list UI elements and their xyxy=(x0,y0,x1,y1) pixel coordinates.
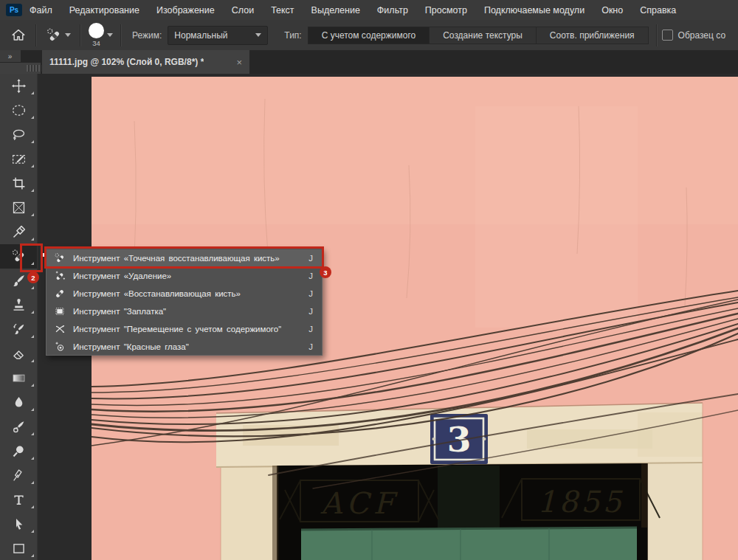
red-eye-icon xyxy=(52,340,67,353)
mixer-brush-tool[interactable] xyxy=(0,415,37,439)
type-option-1[interactable]: Создание текстуры xyxy=(430,27,537,44)
flyout-item-shortcut: J xyxy=(308,254,313,263)
sample-all-layers-option[interactable]: Образец со xyxy=(662,30,738,41)
eyedropper-tool[interactable] xyxy=(0,220,37,244)
bandaid-icon xyxy=(52,287,67,300)
menubar-item-select[interactable]: Выделение xyxy=(311,5,360,15)
rectangle-tool[interactable] xyxy=(0,536,37,560)
menubar-item-layers[interactable]: Слои xyxy=(232,5,254,15)
gradient-icon xyxy=(11,370,27,386)
flyout-item-label: Инструмент "Заплатка" xyxy=(73,307,166,316)
history-brush-icon xyxy=(11,322,27,337)
clone-stamp-tool[interactable] xyxy=(0,293,37,317)
flyout-item-shortcut: J xyxy=(308,272,313,280)
dodge-tool[interactable] xyxy=(0,439,37,463)
flyout-item-shortcut: J xyxy=(308,342,313,351)
spot-healing-brush-icon xyxy=(46,27,62,44)
tool-options-bar: 34 Режим: Нормальный Тип: С учетом содер… xyxy=(0,20,738,51)
step-badge-3: 3 xyxy=(320,266,331,278)
object-selection-icon xyxy=(11,151,27,167)
chevron-down-icon xyxy=(65,33,71,37)
menubar-item-filter[interactable]: Фильтр xyxy=(377,5,408,15)
menubar-item-image[interactable]: Изображение xyxy=(156,5,215,15)
flyout-item-5[interactable]: Инструмент "Красные глаза" J xyxy=(46,338,322,356)
marquee-icon xyxy=(11,103,27,118)
crop-tool[interactable] xyxy=(0,171,37,196)
chevron-down-icon xyxy=(255,33,261,37)
move-tool[interactable] xyxy=(0,74,37,98)
document-tab-title: 11111.jpg @ 102% (Слой 0, RGB/8*) * xyxy=(49,57,204,67)
flyout-item-0[interactable]: Инструмент «Точечная восстанавливающая к… xyxy=(46,249,322,267)
brush-tip-icon xyxy=(89,23,104,38)
brush-settings-button[interactable]: 34 xyxy=(89,23,113,47)
path-selection-tool[interactable] xyxy=(0,512,37,536)
spot-heal-icon xyxy=(11,249,27,264)
current-tool-preset-button[interactable] xyxy=(41,27,75,44)
brush-preview: 34 xyxy=(89,23,104,47)
flyout-item-3[interactable]: Инструмент "Заплатка" J xyxy=(46,303,322,320)
lasso-tool[interactable] xyxy=(0,122,37,147)
divider xyxy=(35,24,37,46)
photoshop-window: Ps ФайлРедактированиеИзображениеСлоиТекс… xyxy=(0,0,738,560)
menubar-item-help[interactable]: Справка xyxy=(640,5,676,15)
menubar-item-window[interactable]: Окно xyxy=(601,5,623,15)
close-tab-icon[interactable]: × xyxy=(230,57,242,68)
spot-healing-brush-tool[interactable] xyxy=(0,244,37,269)
divider xyxy=(656,24,658,46)
transom-monogram: ACF xyxy=(320,486,398,520)
object-selection-tool[interactable] xyxy=(0,147,37,171)
step-badge-2: 2 xyxy=(27,272,39,283)
menubar-item-edit[interactable]: Редактирование xyxy=(69,5,139,15)
toolbar-dock-grip[interactable] xyxy=(0,63,41,74)
crop-icon xyxy=(11,176,27,191)
menubar-item-file[interactable]: Файл xyxy=(30,5,52,15)
tools-panel xyxy=(0,74,38,560)
collapse-panels-button[interactable]: » xyxy=(0,50,21,62)
dodge-icon xyxy=(11,443,27,459)
mode-dropdown-value: Нормальный xyxy=(174,30,227,41)
eraser-tool[interactable] xyxy=(0,342,37,366)
flyout-item-label: Инструмент "Красные глаза" xyxy=(73,342,189,351)
house-number-plate: 3 xyxy=(430,414,488,464)
history-brush-tool[interactable] xyxy=(0,317,37,342)
lasso-icon xyxy=(11,127,27,142)
document-tab[interactable]: 11111.jpg @ 102% (Слой 0, RGB/8*) * × xyxy=(42,50,249,74)
flyout-item-2[interactable]: Инструмент «Восстанавливающая кисть» J xyxy=(46,285,322,303)
tool-flyout-menu: Инструмент «Точечная восстанавливающая к… xyxy=(46,248,323,356)
eraser-icon xyxy=(11,346,27,362)
mixer-brush-icon xyxy=(11,419,27,435)
gradient-tool[interactable] xyxy=(0,366,37,390)
sample-all-layers-label: Образец со xyxy=(678,30,725,41)
frame-icon xyxy=(11,200,27,215)
type-option-0[interactable]: С учетом содержимого xyxy=(308,27,430,44)
mode-label: Режим: xyxy=(132,30,162,41)
move-icon xyxy=(11,78,27,94)
mode-dropdown[interactable]: Нормальный xyxy=(168,26,268,45)
spot-heal-icon xyxy=(52,252,67,265)
type-label: Тип: xyxy=(284,30,301,41)
grip-ridges-icon xyxy=(27,65,41,72)
transom-year: 1855 xyxy=(537,485,624,519)
active-tool-indicator xyxy=(41,253,44,257)
photoshop-logo-icon[interactable]: Ps xyxy=(6,4,22,16)
flyout-item-label: Инструмент «Точечная восстанавливающая к… xyxy=(73,254,280,263)
home-button[interactable] xyxy=(6,27,31,44)
pen-tool[interactable] xyxy=(0,463,37,488)
type-option-2[interactable]: Соотв. приближения xyxy=(537,27,649,44)
flyout-item-4[interactable]: Инструмент "Перемещение с учетом содержи… xyxy=(46,320,322,338)
menubar-item-type[interactable]: Текст xyxy=(271,5,294,15)
blur-icon xyxy=(11,395,27,410)
type-tool[interactable] xyxy=(0,488,37,512)
brush-size-value: 34 xyxy=(92,40,100,47)
blur-tool[interactable] xyxy=(0,390,37,415)
frame-tool[interactable] xyxy=(0,196,37,220)
type-segmented-control: С учетом содержимогоСоздание текстурыСоо… xyxy=(308,27,649,44)
menubar-item-view[interactable]: Просмотр xyxy=(425,5,467,15)
door-frame-left xyxy=(221,466,277,560)
menubar-item-plugins[interactable]: Подключаемые модули xyxy=(484,5,584,15)
flyout-item-label: Инструмент «Восстанавливающая кисть» xyxy=(73,289,241,298)
marquee-tool[interactable] xyxy=(0,98,37,122)
flyout-item-label: Инструмент «Удаление» xyxy=(73,272,171,280)
flyout-item-1[interactable]: Инструмент «Удаление» J xyxy=(46,267,322,285)
checkbox-icon[interactable] xyxy=(662,30,673,41)
